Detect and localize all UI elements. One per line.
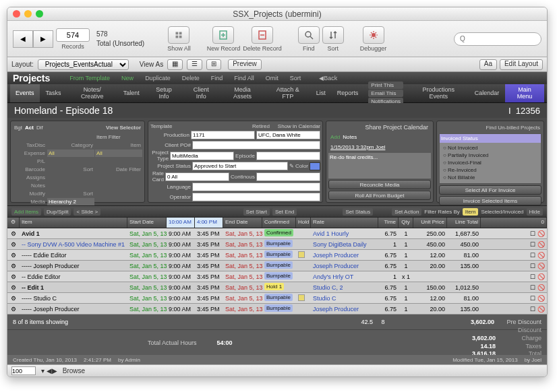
sort-button2[interactable]: Sort <box>285 73 307 83</box>
records-label: Records <box>61 43 84 50</box>
grid-header: ⚙ Item Start Date 10:00 AM 4:00 PM End D… <box>7 218 547 228</box>
debugger-button[interactable] <box>363 26 384 44</box>
svg-rect-1 <box>179 32 182 34</box>
svg-rect-2 <box>176 35 179 38</box>
find-button2[interactable]: Find <box>206 73 229 83</box>
status-bar: ▾ ◀▶ Browse <box>7 364 547 377</box>
grid-body: ⚙Avid 1Sat, Jan 5, 139:00 AM3:45 PMSat, … <box>7 228 547 315</box>
share-calendar-panel: Share Project Calendar AddNotes 1/15/201… <box>326 121 434 203</box>
table-row[interactable]: ⚙-- Eddie EditorSat, Jan 5, 139:00 AM3:4… <box>7 271 547 282</box>
search-input[interactable] <box>454 32 541 46</box>
duplicate-button[interactable]: Duplicate <box>140 73 176 83</box>
tab-calendar[interactable]: Calendar <box>469 84 505 102</box>
mode-label: Browse <box>63 367 85 374</box>
color-swatch[interactable] <box>310 162 320 170</box>
table-row[interactable]: ⚙----- Joseph ProducerSat, Jan 5, 139:00… <box>7 304 547 315</box>
layout-select[interactable]: Projects_EventsActual <box>38 59 129 70</box>
invoice-status-box: Invoiced Status ○ Not Invoiced ○ Partial… <box>439 133 541 184</box>
ribbon-title: Projects <box>13 73 50 84</box>
total-count: 578 <box>96 30 108 38</box>
mid-panels: Bgt Act Dif View Selector Item Filter Ta… <box>7 118 547 205</box>
delete-record-button[interactable] <box>252 26 273 44</box>
table-row[interactable]: ⚙Avid 1Sat, Jan 5, 139:00 AM3:45 PMSat, … <box>7 228 547 239</box>
layout-label: Layout: <box>11 61 34 68</box>
findall-button[interactable]: Find All <box>229 73 260 83</box>
aa-button[interactable]: Aa <box>479 59 497 70</box>
print-this[interactable]: Print This <box>368 81 403 89</box>
invoice-selected-button[interactable]: Invoice Selected Items <box>439 196 541 205</box>
svg-line-10 <box>310 36 313 39</box>
tab-reports[interactable]: Reports <box>332 84 364 102</box>
window-title: SSX_Projects (ubermini) <box>7 9 547 19</box>
record-nav[interactable]: ◀▶ <box>13 30 53 48</box>
toolbar: ◀▶ Records 578 Total (Unsorted) Show All… <box>7 21 547 57</box>
tab-media-assets[interactable]: Media Assets <box>220 84 264 102</box>
svg-point-11 <box>372 33 376 37</box>
footer-totals: Total Actual Hours 54:00 Discount3,602.0… <box>7 329 547 355</box>
view-table-button[interactable]: ⊞ <box>206 59 221 70</box>
message-body: Re-do final credits... <box>328 153 431 178</box>
back-button[interactable]: ◀ Back <box>314 73 343 83</box>
layout-bar: Layout: Projects_EventsActual View As ▦ … <box>7 57 547 72</box>
titlebar: SSX_Projects (ubermini) <box>7 7 547 21</box>
tab-tasks[interactable]: Tasks <box>40 84 67 102</box>
new-record-button[interactable] <box>212 26 234 44</box>
add-items-button[interactable]: Add Items <box>11 208 41 216</box>
edit-layout-button[interactable]: Edit Layout <box>500 59 543 70</box>
tab-attach-ftp[interactable]: Attach & FTP <box>266 84 310 102</box>
table-row[interactable]: ⚙----- Eddie EditorSat, Jan 5, 139:00 AM… <box>7 250 547 261</box>
footer-meta: Created Thu, Jan 10, 20132:41:27 PMby Ad… <box>7 355 547 364</box>
new-button[interactable]: New <box>116 73 139 83</box>
table-row[interactable]: ⚙-- Edit 1Sat, Jan 5, 139:00 AM3:45 PMSa… <box>7 282 547 293</box>
record-number-input[interactable] <box>56 28 90 42</box>
project-title: Homeland - Episode 18 <box>14 105 113 116</box>
view-list-button[interactable]: ☰ <box>187 59 202 70</box>
tab-client-info[interactable]: Client Info <box>183 84 219 102</box>
omit-button[interactable]: Omit <box>260 73 284 83</box>
show-all-button[interactable] <box>168 26 189 44</box>
viewas-label: View As <box>140 61 163 68</box>
preview-button[interactable]: Preview <box>228 59 262 70</box>
find-button[interactable] <box>298 26 320 44</box>
project-title-bar: Homeland - Episode 18 I 12356 <box>7 103 547 118</box>
tab-productions[interactable]: Productions Events <box>409 84 469 102</box>
svg-point-9 <box>305 32 311 37</box>
tab-setup-info[interactable]: Setup Info <box>146 84 183 102</box>
project-info-panel: TemplateRetiredShow in Calendar Producti… <box>148 121 323 203</box>
zoom-input[interactable] <box>11 366 36 375</box>
tab-talent[interactable]: Talent <box>118 84 145 102</box>
from-template-button[interactable]: From Template <box>64 73 115 83</box>
items-showing: 8 of 8 items showing <box>13 319 68 325</box>
tab-main-menu[interactable]: Main Menu <box>505 84 544 102</box>
select-all-invoice-button[interactable]: Select All For Invoice <box>439 185 541 195</box>
sort-button[interactable] <box>322 26 344 44</box>
tab-events[interactable]: Events <box>10 84 40 102</box>
grid-toolbar: Add Items Dup/Split < Slide > Set Start … <box>7 205 547 218</box>
dup-split-button[interactable]: Dup/Split <box>44 208 71 216</box>
ribbon-bar: Projects From Template New Duplicate Del… <box>7 72 547 84</box>
roll-budget-button[interactable]: Roll All From Budget <box>328 191 431 200</box>
total-sub: Total (Unsorted) <box>96 40 144 48</box>
svg-rect-0 <box>176 32 179 34</box>
project-id: I 12356 <box>508 106 540 116</box>
delete-button[interactable]: Delete <box>177 73 205 83</box>
tab-list[interactable]: List <box>311 84 331 102</box>
app-window: SSX_Projects (ubermini) ◀▶ Records 578 T… <box>7 7 548 377</box>
footer-summary: 8 of 8 items showing 42.5 8 3,602.00 Pre… <box>7 315 547 329</box>
invoice-panel: Find Un-billed Projects Invoiced Status … <box>436 121 544 203</box>
tab-notes-creative[interactable]: Notes/ Creative <box>67 84 117 102</box>
tab-bar: EventsTasksNotes/ CreativeTalentSetup In… <box>7 84 547 103</box>
table-row[interactable]: ⚙-- Sony DVW A-500 Video Machine #1Sat, … <box>7 239 547 250</box>
view-selector-panel: Bgt Act Dif View Selector Item Filter Ta… <box>10 121 145 203</box>
notification-buttons: Print This Email This Notifications <box>364 84 407 102</box>
email-this[interactable]: Email This <box>368 90 403 97</box>
reconcile-button[interactable]: Reconcile Media <box>328 180 431 189</box>
slide-button[interactable]: < Slide > <box>74 208 100 216</box>
svg-rect-3 <box>179 35 182 38</box>
table-row[interactable]: ⚙----- Studio CSat, Jan 5, 139:00 AM3:45… <box>7 293 547 304</box>
view-form-button[interactable]: ▦ <box>167 59 183 70</box>
content-area: Projects From Template New Duplicate Del… <box>7 72 547 364</box>
table-row[interactable]: ⚙----- Joseph ProducerSat, Jan 5, 139:00… <box>7 261 547 271</box>
